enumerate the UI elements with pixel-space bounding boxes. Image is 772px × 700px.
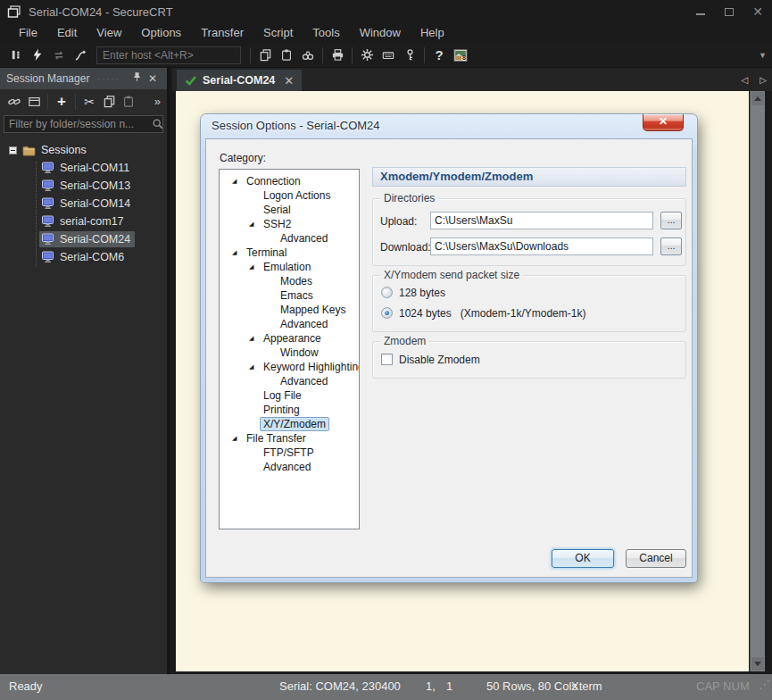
category-item[interactable]: Advanced — [220, 231, 359, 246]
cancel-button[interactable]: Cancel — [626, 549, 686, 568]
session-item[interactable]: serial-com17 — [0, 212, 167, 230]
category-item[interactable]: Printing — [220, 403, 359, 417]
copy-icon[interactable] — [254, 46, 276, 65]
expander-icon[interactable] — [232, 431, 243, 446]
session-item[interactable]: Serial-COM6 — [0, 248, 167, 266]
expander-icon[interactable] — [249, 360, 260, 374]
radio-1024-bytes[interactable] — [381, 307, 393, 319]
minimize-button[interactable] — [686, 0, 715, 23]
menu-script[interactable]: Script — [253, 23, 303, 43]
upload-directory-field[interactable] — [430, 212, 653, 229]
tab-serial-com24[interactable]: Serial-COM24 ✕ — [177, 70, 302, 91]
category-item-selected[interactable]: X/Y/Zmodem — [220, 417, 359, 431]
new-session-icon[interactable]: + — [52, 93, 71, 111]
image-settings-icon[interactable]: 8 — [450, 46, 471, 65]
settings-panel: Xmodem/Ymodem/Zmodem Directories Upload:… — [372, 139, 686, 579]
ok-button[interactable]: OK — [552, 549, 614, 568]
paste-icon[interactable] — [119, 93, 138, 111]
key-agent-icon[interactable] — [399, 46, 420, 65]
expander-icon[interactable] — [232, 246, 243, 260]
help-icon[interactable]: ? — [428, 46, 450, 65]
session-monitor-icon — [41, 179, 55, 193]
session-item[interactable]: Serial-COM11 — [0, 159, 167, 177]
category-item[interactable]: Emacs — [220, 288, 359, 303]
dialog-close-button[interactable]: ✕ — [643, 114, 684, 131]
connect-in-tab-icon[interactable] — [24, 93, 44, 111]
terminal-scrollbar[interactable] — [750, 91, 765, 671]
session-manager-icon[interactable] — [5, 46, 27, 65]
directories-group: Directories Upload: ... Download: ... — [372, 198, 686, 266]
category-item[interactable]: SSH2 — [220, 217, 359, 231]
menu-options[interactable]: Options — [131, 23, 191, 43]
menu-window[interactable]: Window — [350, 23, 411, 43]
category-item[interactable]: Terminal — [220, 246, 359, 260]
filter-input[interactable] — [4, 118, 152, 130]
panel-overflow-icon[interactable]: » — [154, 95, 162, 108]
panel-close-icon[interactable]: ✕ — [145, 72, 161, 85]
menu-file[interactable]: File — [9, 23, 47, 43]
category-item[interactable]: Logon Actions — [220, 188, 359, 203]
session-item-selected[interactable]: Serial-COM24 — [0, 230, 167, 248]
tab-scroll-left-icon[interactable]: ◁ — [742, 75, 749, 85]
download-directory-field[interactable] — [430, 238, 653, 255]
disconnect-icon[interactable] — [70, 46, 91, 65]
tab-close-icon[interactable]: ✕ — [284, 74, 294, 88]
panel-grip[interactable]: ····· — [89, 74, 129, 83]
category-item[interactable]: Connection — [220, 174, 359, 188]
download-browse-button[interactable]: ... — [660, 238, 682, 255]
session-item[interactable]: Serial-COM14 — [0, 195, 167, 212]
quick-connect-icon[interactable] — [27, 46, 48, 65]
expander-icon[interactable] — [249, 260, 260, 274]
session-manager-header[interactable]: Session Manager ····· ✕ — [0, 68, 167, 89]
copy-icon[interactable] — [99, 93, 119, 111]
session-item[interactable]: Serial-COM13 — [0, 177, 167, 195]
collapse-icon[interactable] — [9, 146, 17, 154]
host-input[interactable] — [96, 46, 241, 64]
tree-root-sessions[interactable]: Sessions — [0, 141, 167, 159]
category-item[interactable]: Mapped Keys — [220, 303, 359, 317]
radio-128-label[interactable]: 128 bytes — [399, 287, 445, 299]
category-item[interactable]: File Transfer — [220, 431, 359, 446]
disable-zmodem-label[interactable]: Disable Zmodem — [399, 354, 480, 366]
category-item[interactable]: Modes — [220, 274, 359, 288]
category-item[interactable]: FTP/SFTP — [220, 446, 359, 460]
menu-bar: File Edit View Options Transfer Script T… — [0, 23, 772, 43]
expander-icon[interactable] — [249, 217, 260, 231]
category-item[interactable]: Serial — [220, 203, 359, 217]
keymap-editor-icon[interactable] — [378, 46, 399, 65]
find-icon[interactable] — [297, 46, 319, 65]
category-item[interactable]: Appearance — [220, 331, 359, 346]
options-gear-icon[interactable] — [356, 46, 378, 65]
category-item[interactable]: Advanced — [220, 460, 359, 474]
resize-grip-icon[interactable]: ⋰ — [759, 678, 770, 691]
toolbar-overflow-icon[interactable]: ▼ — [759, 51, 767, 60]
category-item[interactable]: Keyword Highlighting — [220, 360, 359, 374]
scroll-down-icon[interactable] — [751, 657, 764, 671]
print-icon[interactable] — [327, 46, 348, 65]
menu-edit[interactable]: Edit — [47, 23, 87, 43]
expander-icon[interactable] — [249, 331, 260, 346]
connect-icon[interactable] — [4, 93, 24, 111]
category-item[interactable]: Window — [220, 346, 359, 360]
maximize-button[interactable] — [715, 0, 743, 23]
category-item[interactable]: Advanced — [220, 374, 359, 388]
disable-zmodem-checkbox[interactable] — [381, 354, 393, 365]
expander-icon[interactable] — [232, 174, 243, 188]
category-item[interactable]: Emulation — [220, 260, 359, 274]
radio-128-bytes[interactable] — [381, 287, 393, 298]
cut-icon[interactable]: ✂ — [79, 93, 99, 111]
upload-browse-button[interactable]: ... — [660, 212, 682, 229]
category-item[interactable]: Advanced — [220, 317, 359, 331]
tab-scroll-right-icon[interactable]: ▷ — [760, 75, 767, 85]
category-item[interactable]: Log File — [220, 388, 359, 403]
pin-icon[interactable] — [129, 71, 145, 86]
paste-icon[interactable] — [276, 46, 297, 65]
menu-tools[interactable]: Tools — [303, 23, 349, 43]
menu-transfer[interactable]: Transfer — [191, 23, 253, 43]
menu-view[interactable]: View — [87, 23, 131, 43]
scroll-up-icon[interactable] — [751, 92, 764, 105]
close-button[interactable]: ✕ — [743, 0, 772, 23]
menu-help[interactable]: Help — [411, 23, 454, 43]
radio-1024-label[interactable]: 1024 bytes(Xmodem-1k/Ymodem-1k) — [399, 307, 585, 320]
reconnect-icon[interactable] — [48, 46, 70, 65]
